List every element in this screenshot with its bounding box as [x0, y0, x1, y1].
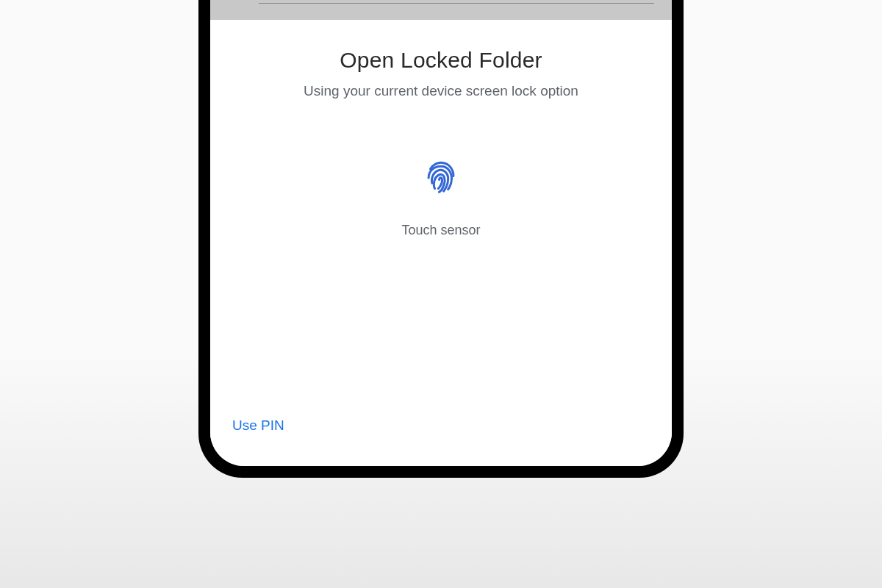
phone-frame: Open Locked Folder Using your current de…	[198, 0, 684, 478]
fingerprint-section[interactable]: Touch sensor	[232, 157, 650, 238]
phone-screen: Open Locked Folder Using your current de…	[210, 0, 672, 466]
sheet-title: Open Locked Folder	[232, 48, 650, 73]
background-dimmed-area	[210, 0, 672, 20]
use-pin-button[interactable]: Use PIN	[232, 417, 284, 434]
unlock-sheet: Open Locked Folder Using your current de…	[210, 20, 672, 466]
sheet-subtitle: Using your current device screen lock op…	[232, 83, 650, 99]
divider	[259, 3, 654, 4]
fingerprint-icon[interactable]	[420, 157, 462, 199]
touch-sensor-label: Touch sensor	[401, 223, 480, 238]
